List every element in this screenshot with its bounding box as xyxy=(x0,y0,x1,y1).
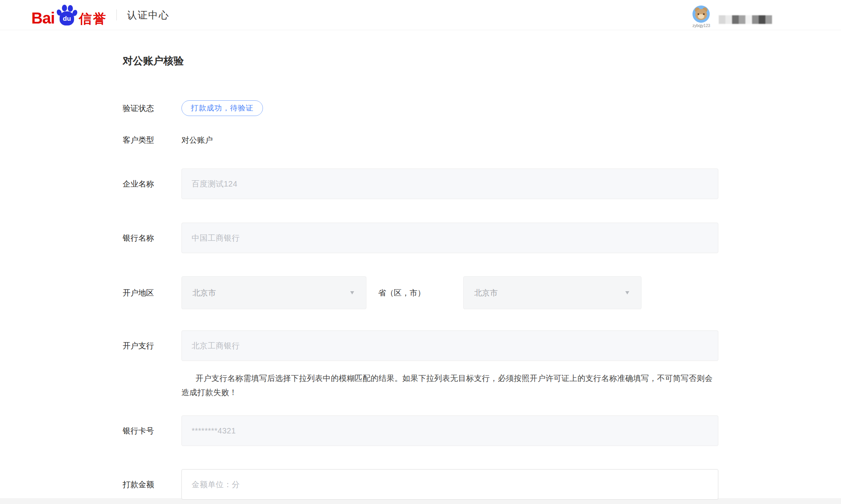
customer-type-value: 对公账户 xyxy=(181,135,213,145)
baidu-paw-icon: du xyxy=(55,4,78,27)
bank-card-row: 银行卡号 xyxy=(123,415,718,446)
page-title: 对公账户核验 xyxy=(123,55,718,67)
company-name-row: 企业名称 xyxy=(123,169,718,199)
customer-type-label: 客户类型 xyxy=(123,135,181,145)
city-select[interactable]: 北京市 ▼ xyxy=(463,276,642,309)
bank-name-input[interactable] xyxy=(181,223,718,253)
branch-label: 开户支行 xyxy=(123,341,181,351)
logo-text-xinyu: 信誉 xyxy=(79,12,107,25)
company-name-input[interactable] xyxy=(181,169,718,199)
logo-text-du: du xyxy=(63,15,71,22)
branch-note-text: 开户支行名称需填写后选择下拉列表中的模糊匹配的结果。如果下拉列表无目标支行，必须… xyxy=(181,371,718,399)
top-header: Bai du 信誉 认证中心 zybqjy123 xyxy=(0,0,841,30)
user-avatar[interactable]: zybqjy123 xyxy=(692,5,710,28)
chevron-down-icon: ▼ xyxy=(349,290,355,296)
avatar-bear-icon xyxy=(692,5,710,23)
username-label: zybqjy123 xyxy=(692,24,710,28)
baidu-xinyu-logo[interactable]: Bai du 信誉 xyxy=(31,4,107,26)
city-select-value: 北京市 xyxy=(474,288,498,298)
header-divider xyxy=(116,9,117,20)
payment-amount-row: 打款金额 xyxy=(123,469,718,500)
chevron-down-icon: ▼ xyxy=(624,290,631,296)
province-select-value: 北京市 xyxy=(192,288,216,298)
bank-name-label: 银行名称 xyxy=(123,233,181,243)
card-number-label: 银行卡号 xyxy=(123,426,181,436)
company-name-label: 企业名称 xyxy=(123,179,181,189)
app-title: 认证中心 xyxy=(127,9,169,22)
branch-input[interactable] xyxy=(181,330,718,361)
branch-row: 开户支行 xyxy=(123,330,718,361)
branch-note-row: 开户支行名称需填写后选择下拉列表中的模糊匹配的结果。如果下拉列表无目标支行，必须… xyxy=(123,371,718,399)
redacted-account-name xyxy=(719,15,772,24)
province-select[interactable]: 北京市 ▼ xyxy=(181,276,366,309)
payment-amount-input[interactable] xyxy=(181,469,718,500)
card-number-input[interactable] xyxy=(181,415,718,446)
status-badge: 打款成功，待验证 xyxy=(181,100,263,116)
logo-text-bai: Bai xyxy=(31,10,54,26)
account-region-row: 开户地区 北京市 ▼ 省（区，市） 北京市 ▼ xyxy=(123,276,718,309)
status-label: 验证状态 xyxy=(123,103,181,114)
customer-type-row: 客户类型 对公账户 xyxy=(123,135,718,145)
bank-name-row: 银行名称 xyxy=(123,223,718,253)
verification-status-row: 验证状态 打款成功，待验证 xyxy=(123,100,718,116)
payment-amount-label: 打款金额 xyxy=(123,479,181,490)
region-hint-label: 省（区，市） xyxy=(378,288,425,298)
region-label: 开户地区 xyxy=(123,288,181,298)
